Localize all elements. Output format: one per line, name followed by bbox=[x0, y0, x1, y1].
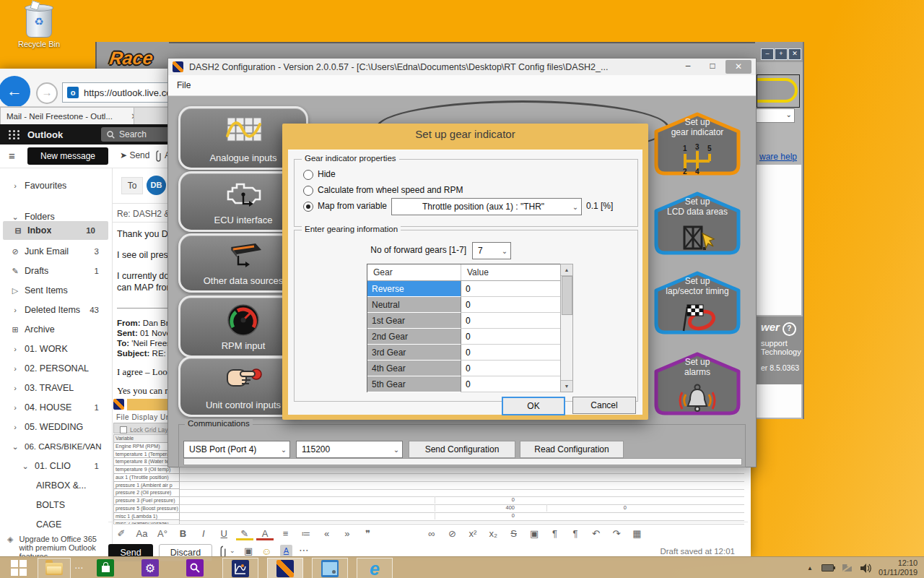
to-field-button[interactable]: To bbox=[121, 177, 143, 194]
hamburger-icon[interactable]: ≡ bbox=[9, 150, 15, 162]
insert-picture-icon[interactable]: ▣ bbox=[526, 528, 543, 539]
sidebar-item-airbox[interactable]: AIRBOX &... bbox=[0, 476, 112, 495]
send-command[interactable]: ➤ Send bbox=[120, 150, 149, 160]
new-message-button[interactable]: New message bbox=[27, 147, 108, 165]
insert-image-icon[interactable]: ▣ bbox=[244, 545, 253, 556]
map-variable-select[interactable]: Throttle position (aux 1) : "THR"⌄ bbox=[391, 198, 582, 215]
scroll-thumb[interactable] bbox=[562, 276, 572, 315]
network-icon[interactable] bbox=[842, 564, 852, 571]
emoji-icon[interactable]: ☺ bbox=[261, 545, 271, 557]
sidebar-item-junk[interactable]: ⊘Junk Email3 bbox=[0, 242, 112, 261]
setup-lap-sector-timing-button[interactable]: Set uplap/sector timing bbox=[653, 271, 741, 335]
taskbar-settings[interactable]: ⚙ bbox=[133, 558, 167, 578]
bullet-list-icon[interactable]: ≡ bbox=[277, 528, 295, 539]
attach-chevron-icon[interactable]: ⌄ bbox=[230, 547, 235, 554]
sidebar-item-cage[interactable]: CAGE bbox=[0, 515, 112, 534]
sidebar-item-favourites[interactable]: ›Favourites bbox=[0, 176, 112, 195]
rt-minimize-button[interactable]: – bbox=[761, 48, 774, 60]
radio-map-from-variable[interactable] bbox=[303, 202, 313, 212]
italic-icon[interactable]: I bbox=[195, 528, 212, 539]
ok-button[interactable]: OK bbox=[502, 397, 565, 415]
com-port-select[interactable]: USB Port (Port 4)⌄ bbox=[183, 441, 290, 458]
volume-icon[interactable] bbox=[860, 564, 871, 573]
table-row[interactable]: 4th Gear0 bbox=[367, 361, 561, 376]
app-launcher-icon[interactable] bbox=[9, 130, 20, 139]
sidebar-item-deleted[interactable]: ›Deleted Items43 bbox=[0, 301, 112, 319]
taskbar-display-app[interactable] bbox=[312, 558, 348, 578]
ink-icon[interactable]: A bbox=[280, 545, 292, 557]
taskbar-search[interactable] bbox=[178, 558, 212, 578]
taskbar-store[interactable] bbox=[88, 558, 123, 578]
menu-file[interactable]: File bbox=[177, 80, 191, 90]
highlight-icon[interactable]: ✎ bbox=[236, 530, 253, 540]
cancel-button[interactable]: Cancel bbox=[572, 397, 636, 414]
send-configuration-button[interactable]: Send Configuration bbox=[409, 441, 515, 458]
outdent-icon[interactable]: « bbox=[318, 528, 336, 539]
taskbar-file-explorer[interactable] bbox=[38, 558, 71, 578]
tray-chevron-icon[interactable]: ▲ bbox=[807, 565, 813, 571]
sidebar-item-drafts[interactable]: ✎Drafts1 bbox=[0, 262, 112, 280]
sidebar-item-wedding[interactable]: ›05. WEDDING bbox=[0, 418, 112, 436]
forward-gears-select[interactable]: 7⌄ bbox=[472, 242, 511, 259]
browser-back-button[interactable]: ← bbox=[0, 76, 30, 108]
rt-move-button[interactable]: + bbox=[775, 48, 788, 60]
quote-icon[interactable]: ❞ bbox=[359, 528, 376, 539]
rt-close-button[interactable]: ✕ bbox=[788, 48, 801, 60]
strikethrough-icon[interactable]: S bbox=[505, 528, 523, 539]
paperclip-icon[interactable] bbox=[155, 150, 162, 162]
table-row[interactable]: Reverse0 bbox=[367, 281, 561, 297]
sidebar-item-sent[interactable]: ▷Sent Items bbox=[0, 281, 112, 300]
bold-icon[interactable]: B bbox=[174, 528, 191, 539]
taskbar-overflow[interactable]: ⋯ bbox=[71, 558, 87, 578]
table-row[interactable]: 2nd Gear0 bbox=[367, 329, 561, 345]
rt-hardware-help-link[interactable]: ware help bbox=[759, 152, 797, 162]
avatar[interactable]: DB bbox=[147, 176, 166, 195]
table-row[interactable]: Neutral0 bbox=[367, 297, 561, 313]
sidebar-item-archive[interactable]: ⊞Archive bbox=[0, 320, 112, 339]
ltr-icon[interactable]: ¶ bbox=[546, 528, 564, 539]
dash2-titlebar[interactable]: DASH2 Configuration - Version 2.0.0.57 -… bbox=[168, 59, 756, 76]
undo-icon[interactable]: ↶ bbox=[588, 528, 605, 539]
scroll-down-icon[interactable]: ▼ bbox=[561, 380, 572, 392]
subscript-icon[interactable]: x₂ bbox=[484, 528, 502, 539]
minimize-button[interactable]: – bbox=[678, 61, 698, 73]
taskbar-internet-explorer[interactable]: e bbox=[357, 558, 393, 578]
table-row[interactable]: 1st Gear0 bbox=[367, 313, 561, 329]
table-scrollbar[interactable]: ▲ ▼ bbox=[560, 264, 573, 392]
font-color-icon[interactable]: A bbox=[256, 530, 274, 540]
format-painter-icon[interactable]: ✐ bbox=[113, 528, 130, 539]
rtl-icon[interactable]: ¶ bbox=[567, 528, 584, 539]
sidebar-item-cars[interactable]: ⌄06. CARS/BIKE/VAN bbox=[0, 437, 112, 456]
radio-hide[interactable] bbox=[303, 170, 313, 180]
maximize-button[interactable]: □ bbox=[702, 61, 723, 73]
baud-rate-select[interactable]: 115200⌄ bbox=[296, 441, 403, 458]
underline-icon[interactable]: U bbox=[215, 528, 232, 539]
table-row[interactable]: 5th Gear0 bbox=[367, 376, 561, 392]
table-row[interactable]: 3rd Gear0 bbox=[367, 345, 561, 361]
close-button[interactable]: ✕ bbox=[725, 60, 751, 74]
scroll-up-icon[interactable]: ▲ bbox=[561, 264, 572, 276]
sidebar-item-clio[interactable]: ⌄01. CLIO1 bbox=[0, 457, 112, 475]
indent-icon[interactable]: » bbox=[339, 528, 356, 539]
read-configuration-button[interactable]: Read Configuration bbox=[520, 441, 624, 458]
font-size-icon[interactable]: A° bbox=[154, 528, 171, 539]
recycle-bin-shortcut[interactable]: ♻ Recycle Bin bbox=[13, 7, 65, 48]
table-icon[interactable]: ▦ bbox=[628, 528, 645, 539]
setup-lcd-data-areas-button[interactable]: Set upLCD data areas bbox=[653, 191, 741, 255]
battery-icon[interactable] bbox=[821, 564, 834, 571]
rt-dropdown[interactable]: ⌄ bbox=[755, 108, 795, 123]
browser-tab-mail[interactable]: Mail - Neil Freestone - Outl... ✕ bbox=[0, 107, 144, 124]
superscript-icon[interactable]: x² bbox=[464, 528, 481, 539]
taskbar-clock[interactable]: 12:10 01/11/2019 bbox=[879, 558, 918, 577]
sidebar-item-inbox[interactable]: ⊟Inbox10 bbox=[3, 221, 108, 240]
browser-forward-button[interactable]: → bbox=[36, 82, 58, 104]
link-icon[interactable]: ∞ bbox=[423, 528, 440, 539]
unlink-icon[interactable]: ⊘ bbox=[443, 528, 461, 539]
sidebar-item-house[interactable]: ›04. HOUSE1 bbox=[0, 398, 112, 417]
taskbar-dash2-config[interactable] bbox=[267, 558, 303, 578]
sidebar-item-travel[interactable]: ›03. TRAVEL bbox=[0, 379, 112, 397]
sidebar-item-personal[interactable]: ›02. PERSONAL bbox=[0, 359, 112, 378]
sidebar-item-bolts[interactable]: BOLTS bbox=[0, 496, 112, 514]
start-button[interactable] bbox=[1, 558, 36, 578]
gear-value-table[interactable]: Gear Value Reverse0 Neutral0 1st Gear0 2… bbox=[367, 264, 562, 392]
